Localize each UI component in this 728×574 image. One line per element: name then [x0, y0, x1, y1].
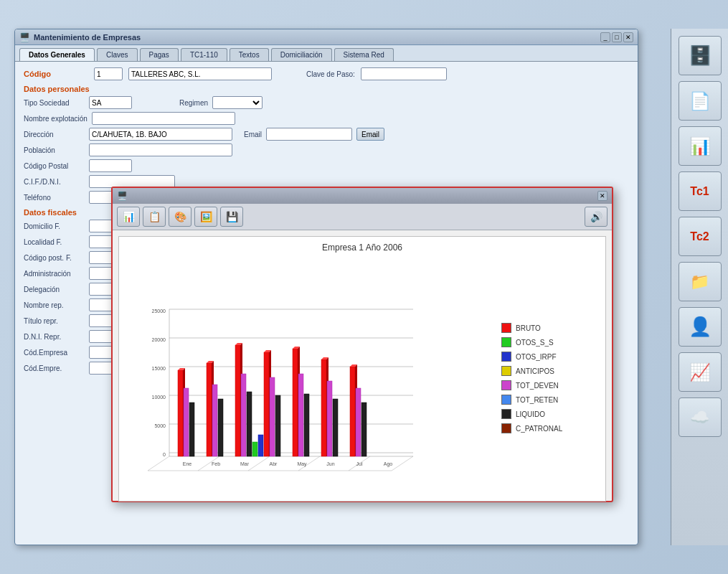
legend-otos-irpf: OTOS_IRPF: [501, 352, 595, 362]
svg-line-10: [248, 456, 270, 471]
svg-rect-42: [241, 374, 246, 456]
legend-tot-deven: TOT_DEVEN: [501, 380, 595, 390]
speaker-tool-button[interactable]: 🔊: [585, 207, 608, 227]
tab-tc1-110[interactable]: TC1-110: [181, 48, 227, 61]
poblacion-row: Población: [24, 144, 629, 156]
svg-line-8: [148, 456, 169, 471]
email-input[interactable]: [266, 128, 352, 141]
empresa-name-input[interactable]: [128, 67, 272, 80]
svg-rect-56: [321, 359, 326, 456]
chart-window: 🖥️ ✕ 📊 📋 🎨 🖼️ 💾 🔊 Empresa 1 Año 2006: [111, 187, 613, 502]
window-title: Mantenimiento de Empresas: [34, 33, 600, 42]
svg-text:25000: 25000: [152, 309, 166, 314]
tab-datos-generales[interactable]: Datos Generales: [19, 48, 95, 61]
table-tool-button[interactable]: 📋: [143, 207, 166, 227]
sidebar-person-button[interactable]: 👤: [679, 307, 722, 347]
tipo-sociedad-label: Tipo Sociedad: [24, 99, 85, 107]
sidebar-folder-button[interactable]: 📁: [679, 262, 722, 301]
svg-rect-50: [275, 395, 280, 456]
chart-heading: Empresa 1 Año 2006: [322, 237, 402, 255]
sidebar-db-button[interactable]: 🗄️: [679, 36, 722, 75]
tab-claves[interactable]: Claves: [97, 48, 138, 61]
sidebar-tc1-button[interactable]: Tc1: [679, 171, 722, 211]
chart-close-button[interactable]: ✕: [597, 191, 608, 201]
legend-color-otos-irpf: [501, 352, 511, 362]
image-icon: 🖼️: [200, 211, 212, 222]
minimize-button[interactable]: _: [600, 32, 610, 42]
svg-text:Feb: Feb: [212, 461, 220, 466]
chart-window-icon: 🖥️: [117, 191, 128, 201]
legend-label-bruto: BRUTO: [516, 324, 541, 332]
legend-color-bruto: [501, 323, 511, 333]
legend-label-anticipos: ANTICIPOS: [516, 367, 554, 375]
tab-pagas[interactable]: Pagas: [140, 48, 179, 61]
tab-textos[interactable]: Textos: [230, 48, 269, 61]
sidebar-grid-button[interactable]: 📊: [679, 126, 722, 166]
clave-paso-input[interactable]: [361, 67, 447, 80]
chart-toolbar: 📊 📋 🎨 🖼️ 💾 🔊: [113, 204, 612, 230]
titulo-repr-label: Título repr.: [24, 317, 85, 325]
sidebar-cloud-button[interactable]: ☁️: [679, 397, 722, 437]
cod-empresa-label: Cód.Empresa: [24, 349, 85, 357]
codigo-post-f-label: Código post. F.: [24, 254, 85, 262]
codigo-postal-label: Código Postal: [24, 162, 85, 170]
svg-rect-34: [207, 363, 212, 456]
svg-rect-45: [258, 435, 263, 456]
table-icon: 📋: [148, 211, 161, 222]
close-button[interactable]: ✕: [623, 32, 633, 42]
svg-rect-32: [184, 388, 189, 456]
nombre-explotacion-input[interactable]: [92, 112, 235, 125]
clave-paso-label: Clave de Paso:: [306, 70, 355, 78]
svg-text:Mar: Mar: [240, 461, 250, 466]
speaker-icon: 🔊: [590, 211, 602, 222]
delegacion-label: Delegación: [24, 286, 85, 293]
sidebar-tc2-button[interactable]: Tc2: [679, 217, 722, 256]
legend-c-patronal: C_PATRONAL: [501, 423, 595, 433]
svg-text:15000: 15000: [152, 366, 166, 371]
app-icon: 🖥️: [19, 32, 29, 42]
maximize-button[interactable]: □: [612, 32, 622, 42]
save-icon: 💾: [226, 211, 238, 222]
svg-rect-54: [298, 374, 303, 456]
poblacion-input[interactable]: [89, 144, 232, 156]
svg-rect-65: [361, 403, 367, 456]
tc1-label: Tc1: [690, 185, 709, 198]
right-sidebar: 🗄️ 📄 📊 Tc1 Tc2 📁 👤 📈 ☁️: [671, 29, 728, 545]
svg-rect-33: [189, 403, 194, 456]
svg-text:Ago: Ago: [384, 461, 393, 467]
tab-sistema-red[interactable]: Sistema Red: [334, 48, 394, 61]
direccion-input[interactable]: [89, 128, 232, 141]
localidad-f-label: Localidad F.: [24, 238, 85, 246]
sidebar-doc-button[interactable]: 📄: [679, 81, 722, 121]
email-button[interactable]: Email: [356, 128, 384, 141]
paint-tool-button[interactable]: 🎨: [169, 207, 192, 227]
legend-label-otos-irpf: OTOS_IRPF: [516, 353, 557, 361]
svg-rect-59: [327, 381, 332, 456]
tab-domiciliacion[interactable]: Domiciliación: [271, 48, 332, 61]
paint-icon: 🎨: [174, 211, 186, 222]
bar-chart-tool-button[interactable]: 📊: [117, 207, 140, 227]
codigo-row: Código Clave de Paso:: [24, 67, 629, 80]
svg-rect-37: [212, 385, 217, 456]
window-controls: _ □ ✕: [600, 32, 633, 42]
legend-color-anticipos: [501, 366, 511, 376]
tab-bar: Datos Generales Claves Pagas TC1-110 Tex…: [15, 45, 638, 62]
tipo-sociedad-input[interactable]: [89, 96, 132, 109]
legend-color-tot-reten: [501, 395, 511, 405]
codigo-postal-input[interactable]: [89, 159, 132, 172]
save-tool-button[interactable]: 💾: [220, 207, 243, 227]
image-tool-button[interactable]: 🖼️: [194, 207, 217, 227]
telefono-label: Teléfono: [24, 194, 85, 202]
svg-text:20000: 20000: [152, 337, 166, 342]
chart-area: 0 5000 10000 15000 20000 25000 Ene Feb M…: [119, 255, 605, 501]
codigo-label: Código: [24, 70, 88, 78]
bar-chart-icon: 📊: [123, 211, 135, 222]
codigo-input[interactable]: [94, 67, 123, 80]
poblacion-label: Población: [24, 146, 85, 154]
svg-rect-51: [293, 349, 298, 456]
svg-rect-44: [252, 442, 257, 456]
svg-text:5000: 5000: [154, 423, 166, 428]
legend-tot-reten: TOT_RETEN: [501, 395, 595, 405]
sidebar-chart-button[interactable]: 📈: [679, 352, 722, 392]
regimen-select[interactable]: [212, 96, 263, 109]
